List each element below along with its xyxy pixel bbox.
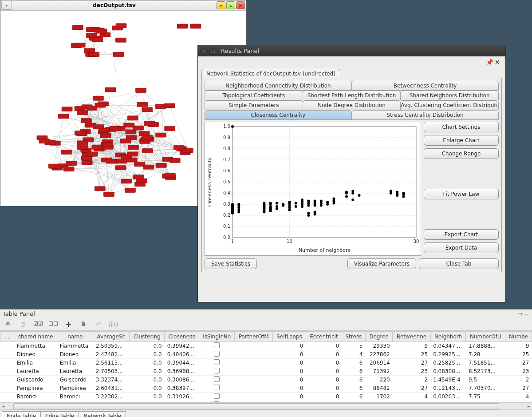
- close-icon[interactable]: ✕: [495, 59, 501, 65]
- svg-point-503: [390, 192, 392, 195]
- window-close-circle[interactable]: ×: [201, 48, 208, 55]
- chart-area[interactable]: 0.00.10.20.30.40.50.60.70.80.91.011030Nu…: [205, 122, 421, 256]
- svg-text:Number of neighbors: Number of neighbors: [299, 247, 351, 253]
- svg-rect-361: [61, 150, 71, 155]
- column-header[interactable]: IsSingleNo: [199, 332, 235, 342]
- checkbox-icon[interactable]: [214, 359, 220, 365]
- table-row[interactable]: GuiscardoGuiscardo3.32374...0.00.30086..…: [0, 376, 532, 384]
- column-header[interactable]: Stress: [342, 332, 365, 342]
- analysis-tab[interactable]: Avg. Clustering Coefficient Distribution: [400, 100, 499, 110]
- select-none-icon[interactable]: ☐☐: [49, 320, 58, 328]
- table-row[interactable]: PampineaPampinea2.60431...0.00.38397...0…: [0, 384, 532, 393]
- column-header[interactable]: Clustering: [130, 332, 165, 342]
- close-tab-button[interactable]: Close Tab: [419, 258, 499, 269]
- table-row[interactable]: BaronciBaronci3.22302...0.00.31026...006…: [0, 393, 532, 401]
- checkbox-icon[interactable]: [214, 351, 220, 357]
- analysis-tab[interactable]: Topological Coefficients: [205, 91, 303, 100]
- checkbox-icon[interactable]: [214, 393, 220, 399]
- table-row[interactable]: FiammettaFiammetta2.50359...0.00.39942..…: [0, 342, 532, 350]
- analysis-tab[interactable]: Betweenness Centrality: [351, 81, 499, 91]
- column-header[interactable]: NumberOfU: [466, 332, 505, 342]
- export-data-button[interactable]: Export Data: [424, 242, 499, 253]
- checkbox-icon[interactable]: [214, 385, 220, 390]
- minimize-panel-icon[interactable]: —: [524, 311, 529, 317]
- analysis-tab[interactable]: Stress Centrality Distribution: [351, 110, 499, 120]
- column-header[interactable]: Betweenne: [393, 332, 430, 342]
- svg-point-479: [307, 204, 310, 207]
- analysis-tab[interactable]: Simple Parameters: [205, 100, 303, 110]
- svg-rect-346: [95, 187, 105, 191]
- dataset-tab[interactable]: Network Statistics of decOutput.tsv (und…: [201, 69, 340, 78]
- svg-point-481: [307, 214, 310, 217]
- scroll-right-icon[interactable]: ▸: [525, 404, 532, 409]
- results-window-titlebar[interactable]: × □ Results Panel: [198, 45, 505, 56]
- svg-rect-357: [81, 119, 91, 123]
- svg-rect-353: [87, 152, 98, 156]
- data-table[interactable]: ⛶shared namenameAverageShClusteringClose…: [0, 331, 532, 402]
- link-icon[interactable]: ☍: [94, 320, 103, 328]
- horizontal-scrollbar[interactable]: ◂ ▸: [0, 402, 532, 409]
- pin-icon[interactable]: 📌: [486, 59, 492, 65]
- scatter-chart[interactable]: 0.00.10.20.30.40.50.60.70.80.91.011030Nu…: [205, 122, 421, 254]
- scrollbar-thumb[interactable]: [13, 403, 499, 410]
- column-header[interactable]: Degree: [365, 332, 392, 342]
- column-header[interactable]: Numbe: [505, 332, 532, 342]
- column-header[interactable]: name: [57, 332, 93, 342]
- add-icon[interactable]: +: [64, 320, 73, 328]
- detach-icon[interactable]: ▭: [517, 311, 522, 317]
- svg-point-489: [320, 204, 323, 207]
- enlarge-chart-button[interactable]: Enlarge Chart: [424, 135, 499, 146]
- gear-icon[interactable]: ⚙: [4, 320, 12, 328]
- svg-rect-298: [92, 145, 102, 149]
- analysis-tab[interactable]: Neighborhood Connectivity Distribution: [205, 81, 352, 91]
- analysis-tab[interactable]: Node Degree Distribution: [303, 100, 401, 110]
- table-row[interactable]: LaurettaLauretta2.70503...0.00.36968...0…: [0, 367, 532, 376]
- close-button[interactable]: ×: [236, 1, 245, 9]
- fit-power-law-button[interactable]: Fit Power Law: [424, 189, 499, 199]
- svg-point-484: [314, 204, 316, 207]
- svg-rect-351: [127, 152, 138, 156]
- column-header[interactable]: Neighborh: [430, 332, 466, 342]
- scroll-left-icon[interactable]: ◂: [0, 404, 7, 409]
- export-chart-button[interactable]: Export Chart: [424, 229, 499, 240]
- row-handle-column[interactable]: ⛶: [0, 332, 14, 342]
- svg-rect-374: [99, 128, 110, 133]
- checkbox-icon[interactable]: [214, 368, 220, 373]
- checkbox-icon[interactable]: [214, 401, 220, 402]
- analysis-tab[interactable]: Closeness Centrality: [205, 110, 352, 120]
- window-menu-button[interactable]: ▾: [1, 1, 12, 10]
- minimize-button[interactable]: ▾: [217, 1, 225, 9]
- table-type-tab[interactable]: Network Table: [79, 411, 126, 417]
- svg-point-506: [396, 194, 398, 197]
- table-type-tab[interactable]: Edge Table: [40, 411, 79, 417]
- column-header[interactable]: Eccentricit: [306, 332, 342, 342]
- window-dock-circle[interactable]: □: [209, 48, 217, 55]
- checkbox-icon[interactable]: [214, 342, 220, 348]
- graph-window-titlebar[interactable]: ▾ decOutput.tsv ▾ ▴ ×: [0, 0, 246, 11]
- columns-icon[interactable]: ◫: [19, 320, 28, 328]
- save-statistics-button[interactable]: Save Statistics: [205, 258, 257, 269]
- column-header[interactable]: SelfLoops: [273, 332, 306, 342]
- column-header[interactable]: AverageSh: [93, 332, 130, 342]
- column-header[interactable]: PartnerOfM: [235, 332, 273, 342]
- svg-line-238: [69, 169, 138, 177]
- checkbox-icon[interactable]: [214, 376, 220, 382]
- visualize-parameters-button[interactable]: Visualize Parameters: [347, 258, 416, 269]
- column-header[interactable]: Closeness: [165, 332, 199, 342]
- table-row[interactable]: EmiliaEmilia2.56115...0.00.39044...00620…: [0, 359, 532, 367]
- analysis-tab[interactable]: Shared Neighbors Distribution: [400, 91, 499, 100]
- svg-rect-349: [174, 145, 185, 150]
- svg-text:0.6: 0.6: [223, 168, 230, 173]
- select-all-icon[interactable]: ☑☑: [34, 320, 43, 328]
- function-icon[interactable]: f(x): [109, 320, 118, 328]
- chart-settings-button[interactable]: Chart Settings: [424, 122, 499, 132]
- column-header[interactable]: shared name: [14, 332, 57, 342]
- svg-rect-392: [116, 24, 126, 28]
- change-range-button[interactable]: Change Range: [424, 148, 499, 159]
- table-type-tab[interactable]: Node Table: [2, 411, 41, 417]
- trash-icon[interactable]: 🗑: [79, 320, 88, 328]
- maximize-button[interactable]: ▴: [226, 1, 235, 9]
- data-table-wrap[interactable]: ⛶shared namenameAverageShClusteringClose…: [0, 331, 532, 402]
- table-row[interactable]: DioneoDioneo2.47482...0.00.40406...00422…: [0, 350, 532, 359]
- analysis-tab[interactable]: Shortest Path Length Distribution: [303, 91, 401, 100]
